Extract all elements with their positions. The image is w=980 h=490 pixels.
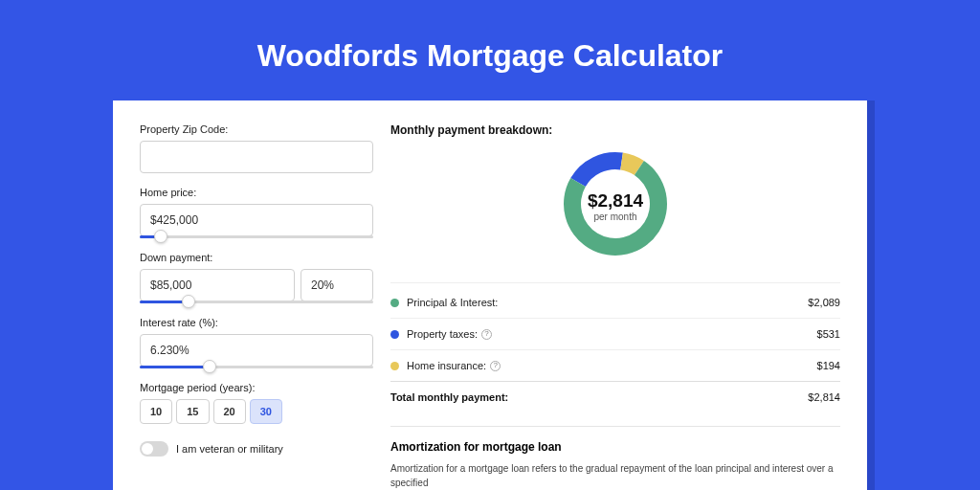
veteran-toggle[interactable] — [140, 441, 168, 457]
calculator-card: Property Zip Code: Home price: Down paym… — [113, 100, 867, 490]
breakdown-label: Property taxes: ? — [407, 328, 817, 340]
zip-field-group: Property Zip Code: — [140, 123, 373, 173]
input-column: Property Zip Code: Home price: Down paym… — [140, 123, 373, 490]
interest-rate-input[interactable] — [140, 334, 373, 367]
down-payment-label: Down payment: — [140, 252, 373, 263]
total-label: Total monthly payment: — [390, 391, 808, 403]
toggle-knob — [142, 443, 153, 455]
interest-rate-field-group: Interest rate (%): — [140, 317, 373, 368]
breakdown-label: Principal & Interest: — [407, 297, 808, 308]
green-dot-icon — [390, 299, 399, 307]
period-button-20[interactable]: 20 — [213, 399, 246, 424]
breakdown-value: $2,089 — [808, 297, 840, 308]
breakdown-row: Principal & Interest:$2,089 — [390, 287, 840, 318]
breakdown-value: $194 — [817, 360, 840, 371]
divider — [390, 282, 840, 283]
total-value: $2,814 — [808, 391, 840, 403]
period-button-15[interactable]: 15 — [176, 399, 209, 424]
veteran-toggle-row: I am veteran or military — [140, 441, 373, 457]
amortization-title: Amortization for mortgage loan — [390, 440, 840, 454]
breakdown-column: Monthly payment breakdown: $2,814 per mo… — [390, 123, 840, 490]
blue-dot-icon — [390, 330, 399, 339]
period-button-30[interactable]: 30 — [250, 399, 282, 424]
home-price-field-group: Home price: — [140, 187, 373, 238]
donut-center: $2,814 per month — [588, 190, 643, 222]
breakdown-label: Home insurance: ? — [407, 360, 817, 371]
home-price-label: Home price: — [140, 187, 373, 198]
page-title: Woodfords Mortgage Calculator — [0, 38, 980, 74]
amortization-text: Amortization for a mortgage loan refers … — [390, 461, 840, 490]
zip-input[interactable] — [140, 141, 373, 173]
breakdown-row: Property taxes: ?$531 — [390, 318, 840, 349]
down-payment-slider[interactable] — [140, 301, 373, 303]
amortization-section: Amortization for mortgage loan Amortizat… — [390, 426, 840, 490]
mortgage-period-field-group: Mortgage period (years): 10152030 — [140, 382, 373, 424]
slider-thumb[interactable] — [182, 295, 195, 308]
home-price-input[interactable] — [140, 204, 373, 236]
home-price-slider[interactable] — [140, 235, 373, 238]
down-payment-percent-input[interactable] — [301, 269, 373, 301]
yellow-dot-icon — [390, 362, 399, 370]
veteran-label: I am veteran or military — [176, 443, 283, 455]
donut-chart: $2,814 per month — [558, 146, 673, 265]
breakdown-value: $531 — [817, 328, 840, 340]
zip-label: Property Zip Code: — [140, 123, 373, 135]
donut-sublabel: per month — [588, 212, 643, 222]
interest-rate-label: Interest rate (%): — [140, 317, 373, 328]
total-row: Total monthly payment: $2,814 — [390, 381, 840, 412]
info-icon[interactable]: ? — [481, 329, 492, 340]
info-icon[interactable]: ? — [490, 361, 501, 371]
down-payment-amount-input[interactable] — [140, 269, 295, 301]
breakdown-title: Monthly payment breakdown: — [390, 123, 840, 137]
mortgage-period-label: Mortgage period (years): — [140, 382, 373, 393]
slider-thumb[interactable] — [154, 230, 167, 243]
donut-value: $2,814 — [588, 190, 643, 212]
interest-rate-slider[interactable] — [140, 366, 373, 368]
breakdown-row: Home insurance: ?$194 — [390, 349, 840, 381]
slider-thumb[interactable] — [203, 360, 216, 373]
period-button-10[interactable]: 10 — [140, 399, 172, 424]
donut-chart-wrap: $2,814 per month — [390, 146, 840, 265]
down-payment-field-group: Down payment: — [140, 252, 373, 303]
